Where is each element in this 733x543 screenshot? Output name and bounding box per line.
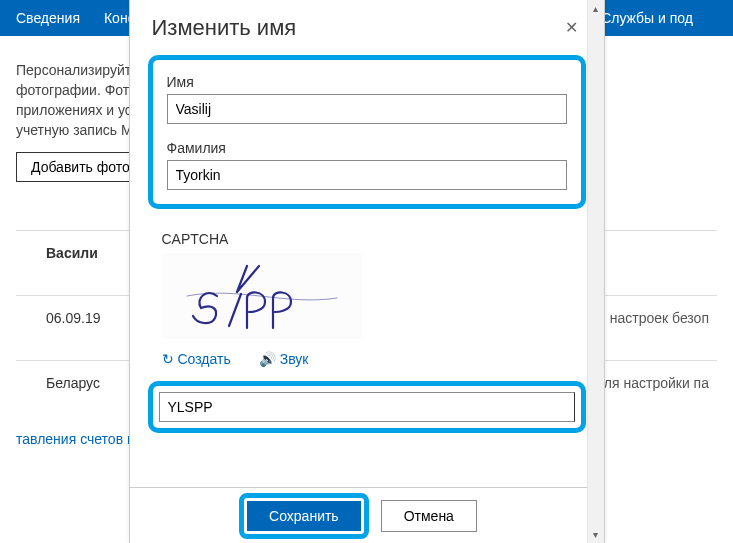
close-icon[interactable]: ✕ (561, 14, 582, 41)
name-fields-highlight: Имя Фамилия (148, 55, 586, 209)
edit-name-dialog: ▴ ▾ Изменить имя ✕ Имя Фамилия CAPTCHA (129, 0, 605, 543)
captcha-image (162, 253, 362, 339)
refresh-icon: ↻ (162, 351, 174, 367)
captcha-audio-link[interactable]: 🔊 Звук (259, 351, 309, 367)
captcha-label: CAPTCHA (162, 231, 604, 247)
first-name-field[interactable] (167, 94, 567, 124)
last-name-field[interactable] (167, 160, 567, 190)
captcha-regenerate-link[interactable]: ↻ Создать (162, 351, 231, 367)
scroll-down-icon[interactable]: ▾ (588, 526, 604, 543)
scrollbar[interactable]: ▴ ▾ (587, 0, 604, 543)
audio-label: Звук (280, 351, 309, 367)
audio-icon: 🔊 (259, 351, 276, 367)
captcha-field[interactable] (159, 392, 575, 422)
cancel-button[interactable]: Отмена (381, 500, 477, 532)
scroll-up-icon[interactable]: ▴ (588, 0, 604, 17)
modal-overlay: ▴ ▾ Изменить имя ✕ Имя Фамилия CAPTCHA (0, 0, 733, 543)
save-highlight: Сохранить (239, 493, 369, 539)
captcha-input-highlight (148, 381, 586, 433)
dialog-title: Изменить имя (152, 15, 297, 41)
save-button[interactable]: Сохранить (247, 501, 361, 531)
last-name-label: Фамилия (167, 140, 567, 156)
dialog-footer: Сохранить Отмена (130, 487, 587, 543)
regenerate-label: Создать (178, 351, 231, 367)
first-name-label: Имя (167, 74, 567, 90)
